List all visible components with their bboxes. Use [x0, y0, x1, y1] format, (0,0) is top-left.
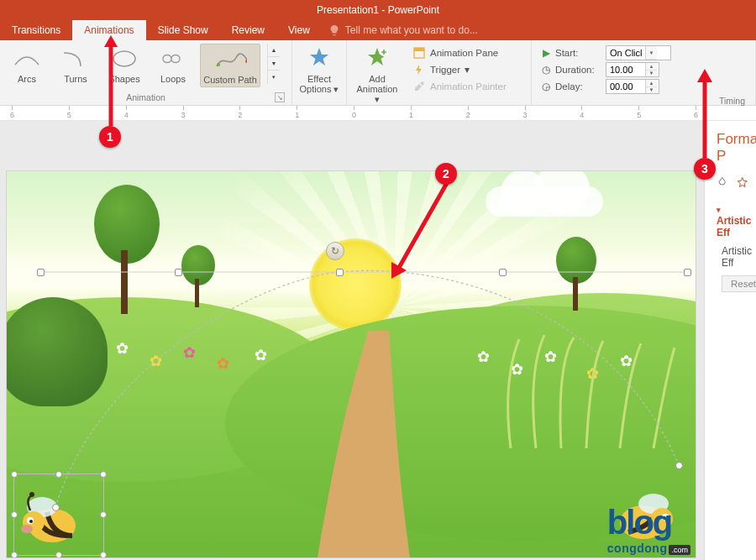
group-timing: ▶ Start: ▼ ◷ Duration: ▲▼ ◶ Delay:: [532, 40, 756, 105]
cloud: [486, 186, 603, 217]
animation-order-badge[interactable]: ↻: [326, 242, 344, 260]
ruler-tick: 5: [67, 106, 71, 120]
anim-turns-button[interactable]: Turns: [54, 44, 97, 86]
animation-pane-button[interactable]: Animation Pane: [411, 45, 508, 60]
svg-point-1: [217, 63, 220, 66]
slide-editor[interactable]: ↻ blog congdong.com: [0, 121, 704, 560]
custom-path-icon: [213, 46, 247, 73]
resize-handle[interactable]: [100, 552, 107, 557]
delay-label: Delay:: [555, 81, 602, 92]
workspace: ↻ blog congdong.com Format P Artistic Ef…: [0, 121, 756, 560]
ruler-tick: 4: [124, 106, 129, 120]
watermark: blog congdong.com: [607, 504, 690, 555]
resize-handle[interactable]: [11, 471, 18, 478]
callout-arrow-2: [388, 178, 454, 279]
flower: [150, 352, 165, 367]
artistic-effects-section[interactable]: Artistic Eff: [717, 203, 748, 238]
reset-button[interactable]: Reset: [722, 275, 756, 292]
tab-review[interactable]: Review: [220, 20, 276, 40]
duration-down[interactable]: ▼: [646, 71, 657, 77]
gallery-more-button[interactable]: ▾: [268, 71, 280, 84]
anim-custom-path-button[interactable]: Custom Path: [200, 44, 260, 87]
delay-input[interactable]: [606, 80, 645, 93]
gallery-up-button[interactable]: ▲: [268, 44, 280, 57]
star-plus-icon: [360, 45, 394, 72]
title-bar: Presentation1 - PowerPoint: [0, 0, 756, 20]
loops-icon: [156, 45, 190, 72]
lightbulb-icon: [328, 24, 340, 36]
path-endpoint[interactable]: [52, 504, 60, 511]
effect-options-button[interactable]: Effect Options ▾: [297, 44, 341, 96]
tab-view[interactable]: View: [276, 20, 322, 40]
path-handle[interactable]: [499, 269, 507, 276]
flower: [217, 354, 232, 369]
selection-box[interactable]: [13, 474, 104, 556]
duration-label: Duration:: [555, 65, 602, 75]
tree: [178, 245, 217, 309]
ruler-tick: 0: [352, 106, 356, 120]
svg-rect-5: [414, 48, 424, 51]
tell-me-search[interactable]: Tell me what you want to do...: [328, 20, 478, 40]
group-effect-options: Effect Options ▾: [292, 40, 347, 105]
ruler-tick: 3: [523, 106, 528, 120]
path-handle[interactable]: [336, 269, 344, 276]
bush: [7, 297, 108, 406]
tab-transitions[interactable]: Transitions: [0, 20, 72, 40]
add-animation-button[interactable]: Add Animation ▾: [352, 44, 402, 106]
anim-loops-button[interactable]: Loops: [151, 44, 195, 86]
tell-me-placeholder: Tell me what you want to do...: [345, 24, 478, 36]
path-endpoint[interactable]: [675, 462, 683, 469]
clock-icon: ◷: [540, 64, 552, 76]
tab-slide-show[interactable]: Slide Show: [146, 20, 220, 40]
add-animation-label: Add Animation ▾: [354, 74, 401, 104]
callout-arrow-1: [101, 35, 121, 128]
animation-launcher[interactable]: ↘: [275, 92, 285, 102]
svg-marker-20: [104, 35, 118, 47]
resize-handle[interactable]: [11, 511, 18, 518]
start-label: Start:: [555, 48, 602, 58]
start-dropdown-arrow[interactable]: ▼: [646, 46, 657, 60]
flower: [183, 343, 198, 359]
artistic-effects-label: Artistic Eff: [722, 245, 748, 269]
callout-2: 2: [435, 163, 457, 185]
ruler-tick: 3: [181, 106, 186, 120]
tree: [553, 237, 600, 312]
animation-painter-button: Animation Painter: [411, 79, 508, 94]
start-select[interactable]: ▼: [606, 45, 671, 60]
ruler-tick: 2: [238, 106, 242, 120]
duration-spinner[interactable]: ▲▼: [606, 62, 659, 77]
ruler-tick: 2: [466, 106, 470, 120]
start-value[interactable]: [606, 46, 645, 60]
delay-down[interactable]: ▼: [646, 87, 657, 94]
trigger-button[interactable]: Trigger ▾: [411, 62, 508, 77]
turns-icon: [59, 45, 92, 72]
delay-spinner[interactable]: ▲▼: [606, 79, 659, 94]
arcs-icon: [10, 45, 44, 72]
resize-handle[interactable]: [11, 552, 18, 557]
fill-tab-icon[interactable]: [717, 173, 728, 191]
resize-handle[interactable]: [100, 471, 107, 478]
duration-up[interactable]: ▲: [646, 63, 657, 71]
duration-input[interactable]: [606, 63, 645, 76]
callout-arrow-3: [692, 69, 717, 161]
slide-canvas[interactable]: ↻: [7, 171, 696, 557]
callout-1: 1: [99, 126, 121, 148]
resize-handle[interactable]: [100, 511, 107, 518]
effects-tab-icon[interactable]: [737, 173, 748, 191]
gallery-down-button[interactable]: ▼: [268, 57, 280, 71]
path-handle[interactable]: [37, 269, 45, 276]
flower: [255, 346, 270, 361]
path-handle[interactable]: [684, 269, 691, 276]
delay-up[interactable]: ▲: [646, 80, 657, 87]
group-animation: Arcs Turns Shapes Loops Custom Path ▲ ▼: [0, 40, 292, 105]
callout-3: 3: [694, 158, 716, 180]
resize-handle[interactable]: [55, 552, 62, 557]
pane-icon: [412, 46, 426, 60]
tree: [87, 185, 163, 319]
delay-icon: ◶: [540, 81, 552, 92]
trigger-icon: [412, 63, 426, 76]
group-advanced-animation: Add Animation ▾ Animation Pane Trigger ▾…: [347, 40, 532, 105]
anim-arcs-button[interactable]: Arcs: [5, 44, 49, 86]
resize-handle[interactable]: [55, 471, 62, 478]
path-handle[interactable]: [175, 269, 182, 276]
